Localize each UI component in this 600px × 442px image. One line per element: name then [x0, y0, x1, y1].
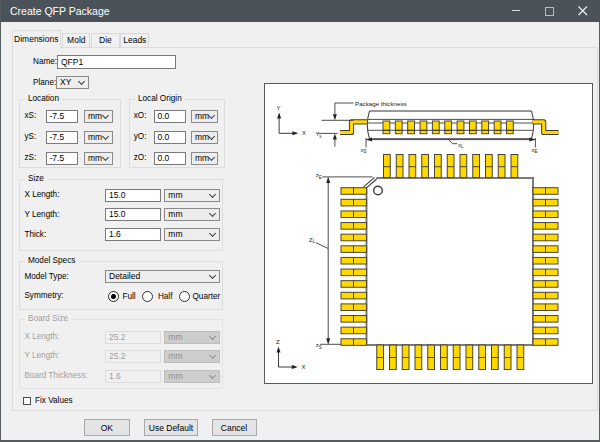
svg-text:Y: Y	[277, 105, 281, 111]
svg-text:xL: xL	[458, 142, 464, 150]
svg-text:Z: Z	[276, 339, 280, 345]
svg-text:xS: xS	[361, 147, 367, 155]
svg-text:zE: zE	[316, 172, 322, 180]
svg-text:X: X	[301, 364, 305, 370]
svg-text:Package thickness: Package thickness	[355, 100, 407, 107]
svg-text:X: X	[302, 130, 306, 136]
svg-text:ZL: ZL	[309, 237, 316, 245]
svg-text:xE: xE	[532, 147, 538, 155]
svg-text:zS: zS	[316, 342, 322, 350]
svg-text:YS: YS	[316, 131, 322, 139]
